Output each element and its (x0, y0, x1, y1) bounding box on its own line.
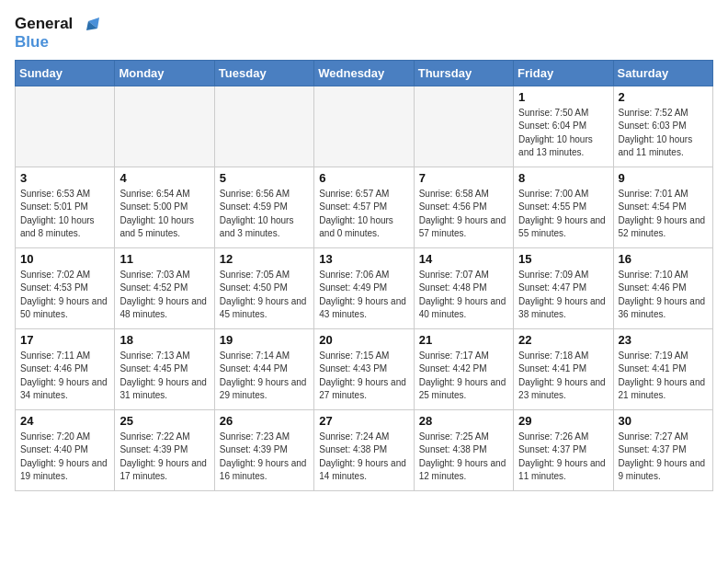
calendar-cell: 24Sunrise: 7:20 AMSunset: 4:40 PMDayligh… (16, 409, 115, 490)
calendar-cell: 26Sunrise: 7:23 AMSunset: 4:39 PMDayligh… (214, 409, 313, 490)
weekday-header-tuesday: Tuesday (214, 60, 313, 86)
day-number: 5 (220, 171, 309, 185)
day-info: Sunrise: 7:13 AMSunset: 4:45 PMDaylight:… (119, 350, 209, 403)
day-number: 8 (518, 171, 608, 185)
page-header: General Blue (15, 15, 713, 52)
calendar-cell: 7Sunrise: 6:58 AMSunset: 4:56 PMDaylight… (414, 167, 513, 247)
day-info: Sunrise: 7:25 AMSunset: 4:38 PMDaylight:… (419, 431, 508, 484)
day-info: Sunrise: 7:09 AMSunset: 4:47 PMDaylight:… (518, 269, 608, 322)
logo: General Blue (15, 15, 99, 52)
calendar-cell: 22Sunrise: 7:18 AMSunset: 4:41 PMDayligh… (514, 328, 613, 409)
calendar-cell: 3Sunrise: 6:53 AMSunset: 5:01 PMDaylight… (16, 167, 115, 247)
day-info: Sunrise: 7:19 AMSunset: 4:41 PMDaylight:… (619, 350, 708, 403)
calendar-cell: 6Sunrise: 6:57 AMSunset: 4:57 PMDaylight… (314, 167, 414, 247)
day-info: Sunrise: 7:17 AMSunset: 4:42 PMDaylight:… (419, 350, 508, 403)
calendar-cell: 25Sunrise: 7:22 AMSunset: 4:39 PMDayligh… (115, 409, 214, 490)
calendar-week-row: 10Sunrise: 7:02 AMSunset: 4:53 PMDayligh… (16, 247, 713, 328)
calendar-week-row: 24Sunrise: 7:20 AMSunset: 4:40 PMDayligh… (16, 409, 713, 490)
calendar-cell: 19Sunrise: 7:14 AMSunset: 4:44 PMDayligh… (214, 328, 313, 409)
calendar-cell: 20Sunrise: 7:15 AMSunset: 4:43 PMDayligh… (314, 328, 414, 409)
calendar-cell: 11Sunrise: 7:03 AMSunset: 4:52 PMDayligh… (115, 247, 214, 328)
day-number: 12 (220, 252, 309, 266)
day-number: 11 (119, 252, 209, 266)
day-number: 21 (419, 333, 508, 347)
day-info: Sunrise: 7:06 AMSunset: 4:49 PMDaylight:… (319, 269, 408, 322)
weekday-header-row: SundayMondayTuesdayWednesdayThursdayFrid… (16, 60, 713, 86)
day-number: 4 (119, 171, 209, 185)
weekday-header-wednesday: Wednesday (314, 60, 414, 86)
day-info: Sunrise: 7:07 AMSunset: 4:48 PMDaylight:… (419, 269, 508, 322)
day-number: 18 (119, 333, 209, 347)
calendar-week-row: 3Sunrise: 6:53 AMSunset: 5:01 PMDaylight… (16, 167, 713, 247)
day-number: 29 (518, 414, 608, 428)
day-number: 26 (220, 414, 309, 428)
calendar-cell: 29Sunrise: 7:26 AMSunset: 4:37 PMDayligh… (514, 409, 613, 490)
calendar-cell: 8Sunrise: 7:00 AMSunset: 4:55 PMDaylight… (514, 167, 613, 247)
weekday-header-thursday: Thursday (414, 60, 513, 86)
day-number: 9 (619, 171, 708, 185)
day-info: Sunrise: 7:01 AMSunset: 4:54 PMDaylight:… (619, 188, 708, 241)
day-info: Sunrise: 7:50 AMSunset: 6:04 PMDaylight:… (518, 107, 608, 160)
day-info: Sunrise: 6:57 AMSunset: 4:57 PMDaylight:… (319, 188, 408, 241)
day-info: Sunrise: 7:26 AMSunset: 4:37 PMDaylight:… (518, 431, 608, 484)
calendar-cell: 30Sunrise: 7:27 AMSunset: 4:37 PMDayligh… (613, 409, 712, 490)
day-number: 7 (419, 171, 508, 185)
calendar-cell: 16Sunrise: 7:10 AMSunset: 4:46 PMDayligh… (613, 247, 712, 328)
weekday-header-monday: Monday (115, 60, 214, 86)
day-info: Sunrise: 7:22 AMSunset: 4:39 PMDaylight:… (119, 431, 209, 484)
calendar-cell: 18Sunrise: 7:13 AMSunset: 4:45 PMDayligh… (115, 328, 214, 409)
calendar-cell: 28Sunrise: 7:25 AMSunset: 4:38 PMDayligh… (414, 409, 513, 490)
calendar-cell (115, 86, 214, 167)
day-number: 19 (220, 333, 309, 347)
calendar-cell: 4Sunrise: 6:54 AMSunset: 5:00 PMDaylight… (115, 167, 214, 247)
calendar-week-row: 17Sunrise: 7:11 AMSunset: 4:46 PMDayligh… (16, 328, 713, 409)
calendar-cell: 12Sunrise: 7:05 AMSunset: 4:50 PMDayligh… (214, 247, 313, 328)
calendar-cell (214, 86, 313, 167)
day-info: Sunrise: 6:54 AMSunset: 5:00 PMDaylight:… (119, 188, 209, 241)
day-number: 28 (419, 414, 508, 428)
day-number: 30 (619, 414, 708, 428)
calendar-week-row: 1Sunrise: 7:50 AMSunset: 6:04 PMDaylight… (16, 86, 713, 167)
weekday-header-saturday: Saturday (613, 60, 712, 86)
calendar-cell: 27Sunrise: 7:24 AMSunset: 4:38 PMDayligh… (314, 409, 414, 490)
day-number: 16 (619, 252, 708, 266)
weekday-header-friday: Friday (514, 60, 613, 86)
calendar-cell: 10Sunrise: 7:02 AMSunset: 4:53 PMDayligh… (16, 247, 115, 328)
day-number: 13 (319, 252, 408, 266)
day-info: Sunrise: 7:03 AMSunset: 4:52 PMDaylight:… (119, 269, 209, 322)
day-number: 23 (619, 333, 708, 347)
day-number: 24 (20, 414, 109, 428)
day-info: Sunrise: 7:15 AMSunset: 4:43 PMDaylight:… (319, 350, 408, 403)
calendar-cell: 1Sunrise: 7:50 AMSunset: 6:04 PMDaylight… (514, 86, 613, 167)
calendar-cell: 15Sunrise: 7:09 AMSunset: 4:47 PMDayligh… (514, 247, 613, 328)
day-info: Sunrise: 7:05 AMSunset: 4:50 PMDaylight:… (220, 269, 309, 322)
calendar-cell: 23Sunrise: 7:19 AMSunset: 4:41 PMDayligh… (613, 328, 712, 409)
day-number: 27 (319, 414, 408, 428)
calendar-cell: 9Sunrise: 7:01 AMSunset: 4:54 PMDaylight… (613, 167, 712, 247)
calendar-cell: 17Sunrise: 7:11 AMSunset: 4:46 PMDayligh… (16, 328, 115, 409)
day-info: Sunrise: 7:11 AMSunset: 4:46 PMDaylight:… (20, 350, 109, 403)
calendar-cell: 13Sunrise: 7:06 AMSunset: 4:49 PMDayligh… (314, 247, 414, 328)
day-info: Sunrise: 7:52 AMSunset: 6:03 PMDaylight:… (619, 107, 708, 160)
day-number: 17 (20, 333, 109, 347)
day-number: 25 (119, 414, 209, 428)
day-info: Sunrise: 6:58 AMSunset: 4:56 PMDaylight:… (419, 188, 508, 241)
calendar-cell: 5Sunrise: 6:56 AMSunset: 4:59 PMDaylight… (214, 167, 313, 247)
day-number: 22 (518, 333, 608, 347)
day-info: Sunrise: 7:02 AMSunset: 4:53 PMDaylight:… (20, 269, 109, 322)
calendar-cell: 21Sunrise: 7:17 AMSunset: 4:42 PMDayligh… (414, 328, 513, 409)
day-info: Sunrise: 7:18 AMSunset: 4:41 PMDaylight:… (518, 350, 608, 403)
day-info: Sunrise: 7:23 AMSunset: 4:39 PMDaylight:… (220, 431, 309, 484)
day-number: 10 (20, 252, 109, 266)
day-info: Sunrise: 7:00 AMSunset: 4:55 PMDaylight:… (518, 188, 608, 241)
logo-text: General Blue (15, 15, 99, 52)
day-number: 6 (319, 171, 408, 185)
day-info: Sunrise: 6:56 AMSunset: 4:59 PMDaylight:… (220, 188, 309, 241)
day-info: Sunrise: 7:24 AMSunset: 4:38 PMDaylight:… (319, 431, 408, 484)
day-number: 3 (20, 171, 109, 185)
day-number: 1 (518, 90, 608, 104)
calendar-cell (314, 86, 414, 167)
calendar-cell: 14Sunrise: 7:07 AMSunset: 4:48 PMDayligh… (414, 247, 513, 328)
day-info: Sunrise: 6:53 AMSunset: 5:01 PMDaylight:… (20, 188, 109, 241)
calendar-cell: 2Sunrise: 7:52 AMSunset: 6:03 PMDaylight… (613, 86, 712, 167)
